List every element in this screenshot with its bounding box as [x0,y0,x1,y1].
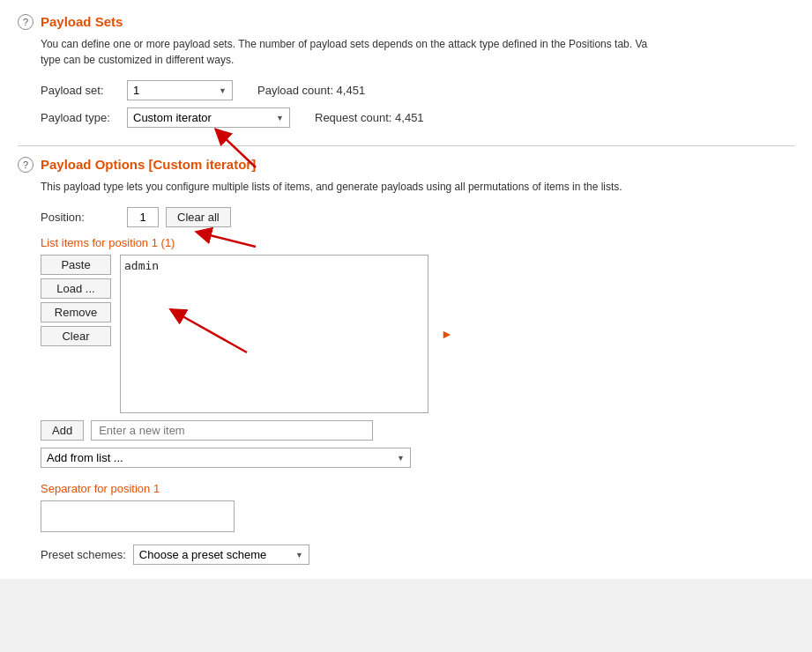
help-icon-2[interactable]: ? [18,157,34,173]
list-area: Paste Load ... Remove Clear admin ► [41,255,794,413]
separator-input[interactable] [41,500,235,532]
payload-count: Payload count: 4,451 [257,84,365,97]
collapse-arrow-icon[interactable]: ► [441,327,453,341]
clear-all-button[interactable]: Clear all [166,207,231,227]
list-items-label: List items for position 1 (1) [41,236,794,249]
payload-type-label: Payload type: [41,111,120,124]
add-row: Add [41,420,794,441]
position-input[interactable] [127,207,159,227]
help-icon-1[interactable]: ? [18,14,34,30]
payload-type-select[interactable]: Custom iterator [127,107,290,128]
add-item-input[interactable] [91,420,373,441]
position-label: Position: [41,211,120,224]
position-row: Position: Clear all [41,207,794,227]
preset-schemes-select[interactable]: Choose a preset scheme [133,545,309,565]
add-from-list-wrapper[interactable]: Add from list ... [41,448,411,468]
payload-sets-title: Payload Sets [41,14,794,29]
payload-type-row: Payload type: Custom iterator Request co… [41,107,794,128]
add-from-list-row: Add from list ... [41,448,794,468]
section-divider [18,145,794,146]
request-count: Request count: 4,451 [315,111,424,124]
load-button[interactable]: Load ... [41,278,111,299]
list-action-buttons: Paste Load ... Remove Clear [41,255,111,413]
payload-options-title: Payload Options [Custom iterator] [41,157,794,172]
add-from-list-select[interactable]: Add from list ... [41,448,411,468]
clear-button[interactable]: Clear [41,326,111,346]
payload-set-label: Payload set: [41,84,120,97]
payload-sets-description: You can define one or more payload sets.… [41,36,794,68]
preset-schemes-label: Preset schemes: [41,548,126,561]
payload-set-select[interactable]: 1 [127,80,233,100]
separator-section: Separator for position 1 [41,482,794,532]
paste-button[interactable]: Paste [41,255,111,275]
payload-set-select-wrapper[interactable]: 1 [127,80,233,100]
payload-type-select-wrapper[interactable]: Custom iterator [127,107,290,128]
preset-row: Preset schemes: Choose a preset scheme [41,545,794,565]
list-textarea[interactable]: admin [120,255,428,413]
payload-options-description: This payload type lets you configure mul… [41,179,794,195]
add-button[interactable]: Add [41,420,84,441]
remove-button[interactable]: Remove [41,302,111,322]
separator-label: Separator for position 1 [41,482,794,495]
preset-schemes-wrapper[interactable]: Choose a preset scheme [133,545,309,565]
payload-set-row: Payload set: 1 Payload count: 4,451 [41,80,794,100]
